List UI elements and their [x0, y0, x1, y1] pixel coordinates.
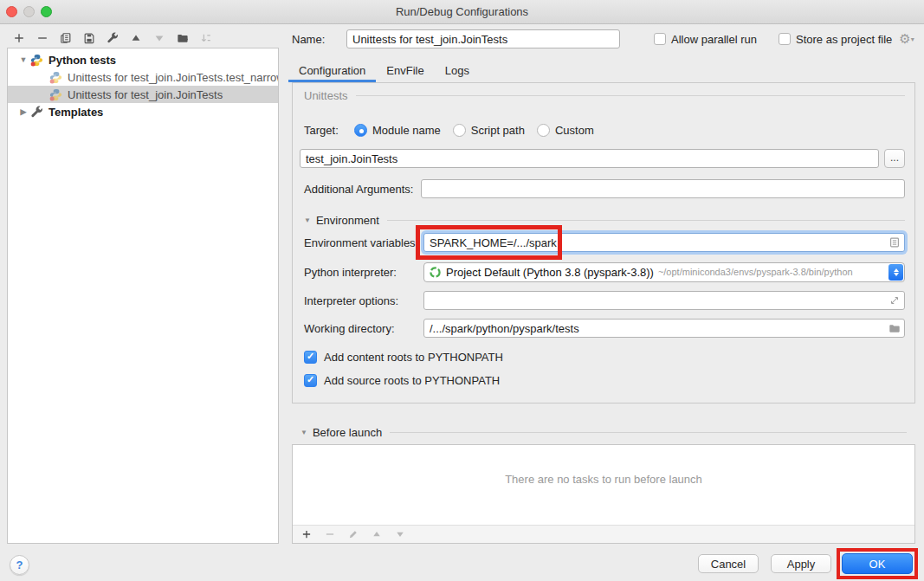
expand-icon[interactable]	[888, 294, 901, 307]
radio-label: Script path	[471, 124, 525, 137]
remove-icon	[324, 528, 336, 540]
conda-ring-icon	[429, 266, 442, 279]
tree-node-unittest-narrow[interactable]: Unittests for test_join.JoinTests.test_n…	[8, 68, 278, 86]
interpreter-options-input[interactable]	[423, 291, 905, 310]
before-launch-section-header[interactable]: ▼ Before launch	[300, 426, 907, 439]
tree-node-python-tests[interactable]: ▼ Python tests	[8, 51, 278, 68]
chevron-right-icon[interactable]: ▶	[16, 107, 30, 116]
save-icon[interactable]	[82, 31, 96, 45]
radio-custom[interactable]: Custom	[537, 124, 594, 137]
list-icon[interactable]	[888, 236, 901, 249]
add-icon[interactable]	[300, 528, 313, 540]
environment-section-title: Environment	[316, 214, 379, 227]
configuration-panel: Unittests Target: Module name Script pat…	[292, 82, 915, 403]
module-row: ...	[300, 149, 905, 168]
sort-icon	[199, 31, 213, 45]
target-row: Target: Module name Script path Custom	[304, 121, 905, 139]
radio-label: Custom	[555, 124, 594, 137]
wrench-icon	[30, 105, 45, 119]
gear-icon[interactable]: ⚙▾	[899, 31, 914, 47]
browse-button[interactable]: ...	[884, 149, 905, 168]
divider	[387, 220, 905, 221]
spinner-icon[interactable]	[888, 264, 903, 281]
python-test-icon	[49, 87, 64, 101]
edit-icon	[347, 528, 359, 540]
tree-node-label: Unittests for test_join.JoinTests	[68, 88, 223, 101]
checkbox-checked-icon	[304, 374, 317, 387]
interpreter-options-row: Interpreter options:	[304, 291, 905, 310]
radio-module-name[interactable]: Module name	[354, 124, 441, 137]
window-title: Run/Debug Configurations	[0, 5, 924, 18]
checkbox-icon	[779, 33, 791, 45]
tab-bar: Configuration EnvFile Logs	[288, 58, 480, 82]
radio-icon	[537, 124, 550, 137]
tab-configuration[interactable]: Configuration	[288, 58, 376, 82]
checkbox-checked-icon	[304, 351, 317, 364]
chevron-down-icon: ▼	[304, 216, 311, 224]
environment-variables-row: Environment variables:	[304, 232, 905, 253]
tab-logs[interactable]: Logs	[435, 58, 480, 82]
allow-parallel-run-checkbox[interactable]: Allow parallel run	[654, 33, 757, 46]
group-title: Unittests	[304, 89, 348, 102]
radio-script-path[interactable]: Script path	[453, 124, 525, 137]
additional-arguments-label: Additional Arguments:	[304, 183, 413, 196]
interpreter-path: ~/opt/miniconda3/envs/pyspark-3.8/bin/py…	[658, 267, 853, 277]
ok-button[interactable]: OK	[842, 553, 913, 574]
configurations-toolbar	[12, 30, 213, 46]
interpreter-options-label: Interpreter options:	[304, 294, 423, 307]
apply-button[interactable]: Apply	[771, 554, 831, 573]
before-launch-title: Before launch	[313, 426, 382, 439]
new-folder-icon[interactable]	[176, 31, 190, 45]
run-debug-configurations-dialog: Run/Debug Configurations ▼ Python tests …	[0, 0, 924, 581]
tab-label: Configuration	[299, 64, 365, 77]
remove-icon[interactable]	[36, 31, 49, 45]
environment-variables-label: Environment variables:	[304, 236, 423, 249]
edit-templates-icon[interactable]	[106, 31, 120, 45]
chevron-down-icon[interactable]: ▼	[16, 55, 30, 64]
move-down-icon	[152, 31, 166, 45]
add-icon[interactable]	[12, 31, 26, 45]
configurations-tree: ▼ Python tests Unittests for test_join.J…	[7, 48, 279, 544]
radio-label: Module name	[372, 124, 441, 137]
working-directory-row: Working directory:	[304, 319, 905, 338]
move-up-icon[interactable]	[129, 31, 143, 45]
titlebar: Run/Debug Configurations	[0, 0, 924, 24]
interpreter-options-field	[423, 291, 905, 310]
cancel-button[interactable]: Cancel	[698, 554, 759, 573]
environment-section-header[interactable]: ▼ Environment	[304, 214, 905, 227]
before-launch-empty-text: There are no tasks to run before launch	[293, 473, 914, 486]
checkbox-label: Add content roots to PYTHONPATH	[324, 351, 503, 364]
tree-node-templates[interactable]: ▶ Templates	[8, 103, 278, 120]
tree-node-label: Templates	[48, 106, 103, 119]
name-input[interactable]	[346, 29, 620, 48]
tree-node-label: Python tests	[48, 54, 116, 67]
working-directory-input[interactable]	[423, 319, 905, 338]
python-test-icon	[30, 53, 45, 67]
store-as-project-file-checkbox[interactable]: Store as project file	[779, 33, 892, 46]
tab-label: EnvFile	[386, 64, 423, 77]
divider	[390, 432, 907, 433]
additional-arguments-input[interactable]	[421, 179, 905, 198]
copy-icon[interactable]	[59, 31, 73, 45]
python-interpreter-combobox[interactable]: Project Default (Python 3.8 (pyspark-3.8…	[423, 262, 905, 282]
tree-node-label: Unittests for test_join.JoinTests.test_n…	[68, 71, 279, 84]
add-content-roots-checkbox[interactable]: Add content roots to PYTHONPATH	[304, 349, 905, 365]
move-up-icon	[371, 528, 383, 540]
allow-parallel-run-label: Allow parallel run	[671, 33, 757, 46]
tab-envfile[interactable]: EnvFile	[376, 58, 434, 82]
chevron-down-icon: ▼	[300, 429, 307, 436]
radio-icon	[453, 124, 466, 137]
additional-arguments-row: Additional Arguments:	[304, 179, 905, 198]
folder-icon[interactable]	[888, 322, 901, 334]
tree-node-unittest-jointests[interactable]: Unittests for test_join.JoinTests	[8, 86, 278, 103]
module-name-input[interactable]	[300, 149, 879, 168]
environment-variables-field	[423, 233, 905, 252]
environment-variables-input[interactable]	[423, 233, 905, 252]
name-label: Name:	[292, 33, 346, 46]
add-source-roots-checkbox[interactable]: Add source roots to PYTHONPATH	[304, 372, 905, 388]
before-launch-tasks-panel: There are no tasks to run before launch	[292, 444, 915, 544]
checkbox-icon	[654, 33, 666, 45]
help-button[interactable]: ?	[10, 555, 29, 575]
divider	[356, 95, 905, 96]
working-directory-label: Working directory:	[304, 322, 423, 335]
